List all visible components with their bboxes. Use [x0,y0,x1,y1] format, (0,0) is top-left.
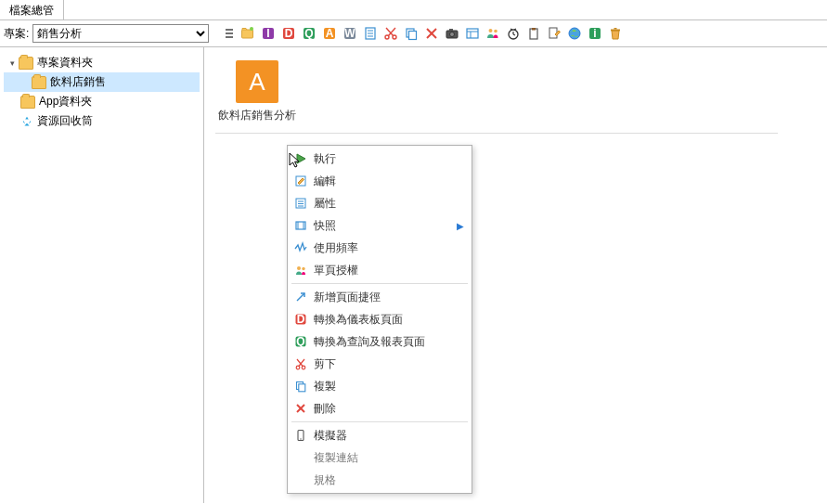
svg-line-41 [510,29,512,30]
cm-label: 模擬器 [314,428,464,444]
cm-label: 屬性 [314,196,464,212]
blank-icon [291,448,310,467]
letter-i-icon[interactable]: I [259,24,278,43]
svg-text:i: i [594,27,597,40]
cm-to-dashboard[interactable]: D 轉換為儀表板頁面 [288,308,472,330]
svg-rect-43 [530,29,537,39]
folder-open-icon [20,96,35,109]
activity-icon [291,239,310,257]
cm-label: 執行 [314,151,464,167]
cm-delete[interactable]: 刪除 [288,397,472,420]
folder-sparkle-icon[interactable] [239,24,257,43]
svg-point-37 [495,30,498,33]
folder-open-icon [19,57,33,70]
svg-rect-70 [299,384,305,392]
svg-text:W: W [345,27,356,40]
doc-edit-icon[interactable] [545,24,563,43]
cm-copy-link[interactable]: 複製連結 [288,446,472,469]
svg-line-40 [513,34,515,35]
users-icon [291,261,310,279]
cm-single-auth[interactable]: 單頁授權 [288,259,472,281]
copy-small-icon [291,377,310,395]
tree-label: 資源回收筒 [37,113,93,129]
svg-text:Q: Q [305,27,314,40]
svg-rect-32 [449,29,453,31]
play-icon [291,149,310,168]
menu-separator [291,283,468,284]
shortcut-arrow-icon [291,288,310,306]
svg-rect-33 [467,29,478,38]
letter-q-small-icon: Q [291,332,310,351]
cm-usage[interactable]: 使用頻率 [288,237,472,259]
cm-label: 轉換為查詢及報表頁面 [314,334,464,350]
cm-specs[interactable]: 規格 [288,469,472,491]
cm-label: 編輯 [314,174,464,189]
cm-label: 複製連結 [314,450,464,466]
project-label: 專案: [4,26,29,42]
project-select[interactable]: 銷售分析 [32,24,209,43]
note-icon[interactable] [361,24,380,43]
cm-properties[interactable]: 屬性 [288,192,472,214]
cm-cut[interactable]: 剪下 [288,353,472,375]
toolbar: 專案: 銷售分析 I D Q A W i [0,20,827,47]
tree-item-beverage-sales[interactable]: 飲料店銷售 [4,72,200,92]
svg-rect-6 [242,30,253,38]
cm-label: 使用頻率 [314,240,464,256]
list-icon[interactable] [218,24,237,43]
cm-run[interactable]: 執行 [288,148,472,170]
scissors-icon[interactable] [381,24,400,43]
letter-d-icon[interactable]: D [279,24,298,43]
folder-tree: ▾ 專案資料夾 飲料店銷售 App資料夾 資源回收筒 [0,47,204,503]
item-card[interactable]: A 飲料店銷售分析 [215,53,299,123]
tree-toggle-icon[interactable]: ▾ [7,58,17,68]
cm-label: 新增頁面捷徑 [314,290,464,305]
snapshot-icon [291,216,310,235]
globe-icon[interactable] [565,24,584,43]
cm-label: 剪下 [314,356,464,372]
letter-a-icon[interactable]: A [320,24,339,43]
svg-point-36 [489,29,493,32]
delete-x-icon[interactable] [422,24,441,43]
svg-text:Q: Q [296,335,304,348]
cm-label: 轉換為儀表板頁面 [314,312,464,328]
tree-item-apps[interactable]: App資料夾 [4,92,200,111]
copy-icon[interactable] [402,24,420,43]
svg-line-42 [514,29,516,30]
people-icon[interactable] [484,24,502,43]
svg-point-59 [297,266,301,270]
tree-item-recycle[interactable]: 資源回收筒 [4,111,200,131]
mobile-icon [291,426,310,445]
info-box-icon[interactable]: i [586,24,604,43]
cm-copy[interactable]: 複製 [288,375,472,397]
blank-icon [291,471,310,489]
cm-new-shortcut[interactable]: 新增頁面捷徑 [288,286,472,308]
tree-label: 專案資料夾 [37,55,93,71]
trash-icon[interactable] [606,24,625,43]
letter-w-icon[interactable]: W [341,24,359,43]
cm-label: 單頁授權 [314,263,464,278]
tab-file-manager[interactable]: 檔案總管 [0,0,64,19]
letter-q-icon[interactable]: Q [300,24,318,43]
layout-icon[interactable] [463,24,482,43]
cm-to-query-report[interactable]: Q 轉換為查詢及報表頁面 [288,330,472,353]
cm-label: 刪除 [314,401,464,417]
svg-rect-44 [532,28,536,31]
cm-simulator[interactable]: 模擬器 [288,424,472,446]
tab-bar: 檔案總管 [0,0,827,20]
tree-project-root[interactable]: ▾ 專案資料夾 [4,53,200,72]
item-label: 飲料店銷售分析 [215,109,299,123]
content-items: A 飲料店銷售分析 [215,53,827,123]
cm-snapshot[interactable]: 快照 ▶ [288,214,472,237]
camera-icon[interactable] [443,24,461,43]
cm-edit[interactable]: 編輯 [288,170,472,192]
item-thumb-a: A [236,60,278,103]
tree-label: 飲料店銷售 [50,74,106,90]
pencil-icon [291,172,310,190]
svg-text:D: D [285,27,293,40]
recycle-icon [20,115,33,128]
letter-d-small-icon: D [291,310,310,329]
clock-icon[interactable] [504,24,523,43]
svg-text:A: A [326,27,334,40]
clipboard-icon[interactable] [524,24,543,43]
content-divider [215,133,778,134]
